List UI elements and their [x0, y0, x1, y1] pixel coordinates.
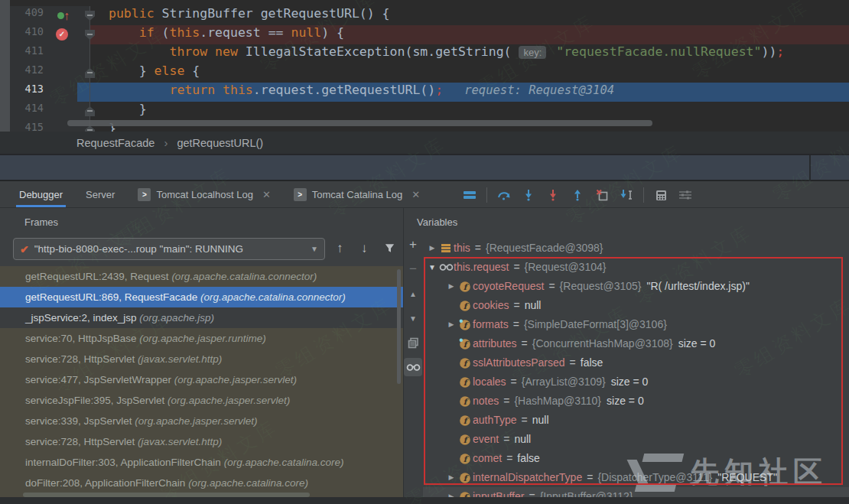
editor-horizontal-scrollbar[interactable] — [67, 120, 652, 126]
field-icon: f — [457, 357, 473, 369]
duplicate-watch-icon[interactable] — [404, 333, 422, 352]
step-over-icon[interactable] — [496, 187, 512, 203]
next-frame-button[interactable]: ↓ — [361, 241, 368, 256]
expand-arrow-icon[interactable]: ▶ — [445, 487, 457, 497]
frame-row[interactable]: internalDoFilter:303, ApplicationFilterC… — [0, 452, 403, 473]
field-icon: f — [457, 395, 473, 408]
frame-row[interactable]: service:728, HttpServlet (javax.servlet.… — [0, 349, 403, 369]
variable-value: null — [525, 296, 542, 315]
variable-row[interactable]: flocales={ArrayList@3109}size = 0 — [423, 372, 849, 392]
run-to-cursor-icon[interactable] — [618, 187, 635, 203]
variable-row[interactable]: fevent=null — [423, 430, 849, 449]
tab-label: Tomcat Catalina Log — [312, 189, 403, 200]
breakpoint-gutter[interactable]: ↑ — [50, 6, 77, 25]
variable-row[interactable]: ▶fformats={SimpleDateFormat[3]@3106} — [423, 315, 849, 334]
variable-row[interactable]: fcomet=false — [423, 449, 849, 468]
variable-value: size = 0 — [607, 392, 644, 411]
frame-row[interactable]: serviceJspFile:395, JspServlet (org.apac… — [0, 390, 403, 411]
variable-row[interactable]: ▶fcoyoteRequest={Request@3105}"R( /urlte… — [423, 277, 849, 296]
frame-package: (org.apache.jasper.runtime) — [139, 333, 265, 344]
fold-gutter — [77, 102, 90, 121]
variable-row[interactable]: fsslAttributesParsed=false — [423, 353, 849, 372]
variable-row[interactable]: ▶this={RequestFacade@3098} — [423, 239, 849, 258]
equals-sign: = — [529, 487, 535, 497]
step-into-icon[interactable] — [520, 187, 537, 203]
remove-watch-icon[interactable]: − — [404, 260, 422, 278]
equals-sign: = — [570, 353, 576, 372]
frame-row[interactable]: service:477, JspServletWrapper (org.apac… — [0, 369, 403, 390]
breakpoint-gutter[interactable] — [50, 102, 77, 121]
frame-package: (org.apache.jasper.servlet) — [174, 374, 297, 385]
editor-left-gutter-strip — [0, 0, 10, 132]
frame-method: getRequestURL:869, RequestFacade — [25, 291, 200, 303]
breadcrumb-class[interactable]: RequestFacade — [76, 137, 155, 149]
frame-row[interactable]: doFilter:208, ApplicationFilterChain (or… — [0, 473, 403, 493]
breadcrumb-method[interactable]: getRequestURL() — [177, 137, 263, 149]
variable-value: "REQUEST" — [717, 468, 777, 487]
debugger-menu-icon[interactable] — [461, 187, 478, 203]
frame-row[interactable]: getRequestURL:2439, Request (org.apache.… — [0, 266, 403, 287]
debugger-toolbar — [457, 186, 698, 204]
frame-row[interactable]: service:70, HttpJspBase (org.apache.jasp… — [0, 328, 403, 349]
close-icon[interactable]: ✕ — [262, 189, 271, 200]
expand-arrow-icon[interactable]: ▶ — [445, 315, 457, 334]
debug-tab-bar: DebuggerServer>Tomcat Localhost Log✕>Tom… — [0, 181, 849, 208]
code-editor[interactable]: 409↑public StringBuffer getRequestURL() … — [0, 0, 849, 132]
toolbar-separator — [486, 187, 487, 203]
tab-debugger[interactable]: Debugger — [19, 181, 63, 207]
breakpoint-icon[interactable]: ✓ — [56, 28, 68, 41]
step-out-icon[interactable] — [569, 187, 586, 203]
breakpoint-gutter[interactable] — [50, 63, 77, 83]
close-icon[interactable]: ✕ — [411, 189, 420, 200]
tab-tomcat-catalina-log[interactable]: >Tomcat Catalina Log✕ — [294, 181, 420, 207]
tab-server[interactable]: Server — [86, 181, 115, 207]
collapse-arrow-icon[interactable]: ▼ — [426, 258, 438, 277]
code-line: 412 } else { — [10, 63, 849, 83]
move-watch-up-icon[interactable]: ▲ — [404, 285, 422, 303]
console-icon: > — [138, 188, 151, 201]
frame-row[interactable]: _jspService:2, index_jsp (org.apache.jsp… — [0, 307, 403, 328]
breakpoint-gutter[interactable] — [50, 83, 77, 102]
variable-row[interactable]: ▶finternalDispatcherType={DispatcherType… — [423, 468, 849, 487]
variable-row[interactable]: ▼this.request={Request@3104} — [423, 258, 849, 277]
code-text: } — [90, 102, 849, 121]
equals-sign: = — [513, 296, 519, 315]
frame-method: doFilter:208, ApplicationFilterChain — [25, 477, 188, 489]
evaluate-expression-icon[interactable] — [652, 187, 669, 203]
variable-row[interactable]: fcookies=null — [423, 296, 849, 315]
tab-tomcat-localhost-log[interactable]: >Tomcat Localhost Log✕ — [138, 181, 270, 207]
previous-frame-button[interactable]: ↑ — [337, 241, 343, 256]
frames-vertical-scrollbar[interactable] — [397, 269, 401, 384]
drop-frame-icon[interactable] — [594, 187, 610, 203]
variable-row[interactable]: fnotes={HashMap@3110}size = 0 — [423, 392, 849, 411]
add-watch-icon[interactable]: + — [404, 236, 422, 254]
field-icon: f — [457, 453, 473, 465]
force-step-into-icon[interactable] — [545, 187, 561, 203]
breakpoint-gutter[interactable]: ✓ — [50, 25, 77, 44]
variable-reference: {DispatcherType@3111} — [597, 468, 712, 487]
variable-row[interactable]: fattributes={ConcurrentHashMap@3108}size… — [423, 334, 849, 353]
expand-arrow-icon[interactable]: ▶ — [426, 239, 438, 258]
frame-package: (org.apache.catalina.core) — [224, 457, 344, 468]
move-watch-down-icon[interactable]: ▼ — [404, 309, 422, 327]
frame-row[interactable]: service:339, JspServlet (org.apache.jasp… — [0, 411, 403, 431]
hide-library-frames-filter-icon[interactable] — [384, 242, 395, 258]
frame-package: (org.apache.jasper.servlet) — [135, 415, 257, 427]
variable-row[interactable]: fauthType=null — [423, 411, 849, 430]
entry-arrow-icon: ↑ — [63, 6, 70, 25]
breakpoint-gutter[interactable] — [50, 44, 77, 63]
variable-row[interactable]: ▶finputBuffer={InputBuffer@3112} — [423, 487, 849, 497]
layout-settings-icon[interactable] — [677, 187, 694, 203]
frame-package: (org.apache.jasper.servlet) — [168, 395, 290, 406]
fold-gutter — [77, 25, 90, 44]
expand-arrow-icon[interactable]: ▶ — [445, 277, 457, 296]
frame-package: (org.apache.jsp) — [139, 312, 214, 324]
frame-row[interactable]: service:728, HttpServlet (javax.servlet.… — [0, 431, 403, 452]
code-line: 413 return this.request.getRequestURL();… — [10, 83, 849, 102]
variables-list: ▶this={RequestFacade@3098}▼this.request=… — [423, 236, 849, 497]
show-watches-icon[interactable] — [404, 358, 422, 376]
expand-arrow-icon[interactable]: ▶ — [445, 468, 457, 487]
frame-method: serviceJspFile:395, JspServlet — [25, 395, 168, 406]
frame-row[interactable]: getRequestURL:869, RequestFacade (org.ap… — [0, 287, 403, 307]
thread-selector-dropdown[interactable]: ✔ "http-bio-8080-exec-...roup "main": RU… — [13, 238, 325, 260]
